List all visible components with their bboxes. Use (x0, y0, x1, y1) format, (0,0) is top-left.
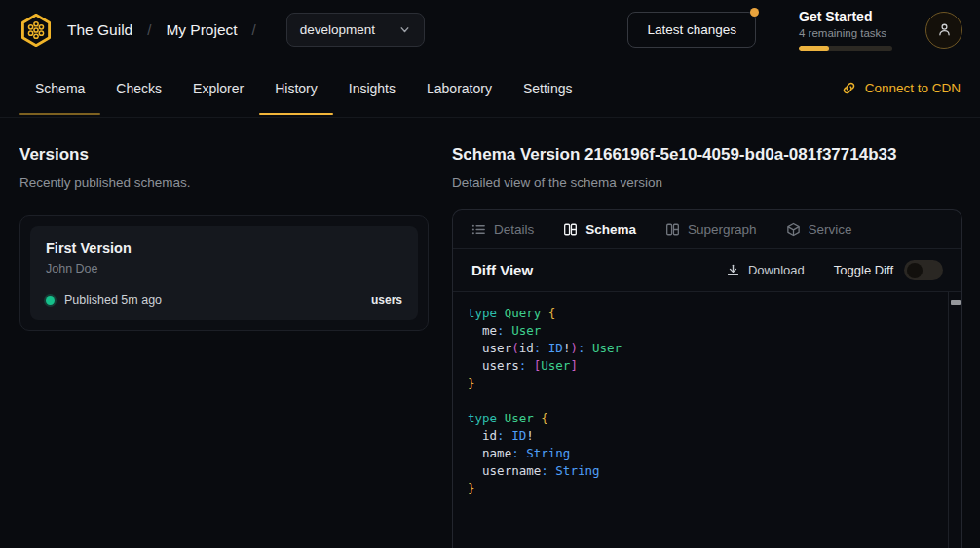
toggle-diff-switch[interactable] (904, 260, 943, 280)
cube-icon (786, 222, 801, 237)
code-line: name: String (468, 445, 936, 462)
published-status-dot (46, 296, 55, 305)
avatar[interactable] (925, 12, 962, 49)
latest-changes-button[interactable]: Latest changes (627, 12, 756, 48)
schema-code-container: type Query { me: User user(id: ID!): Use… (453, 292, 961, 548)
progress-fill (799, 46, 829, 51)
code-line: } (468, 480, 936, 497)
chevron-down-icon (398, 23, 411, 36)
main-nav-tabs: SchemaChecksExplorerHistoryInsightsLabor… (19, 59, 588, 117)
version-status-row: Published 5m ago users (46, 293, 402, 307)
detail-tabs: DetailsSchemaSupergraphService (453, 210, 961, 249)
schema-version-title: Schema Version 2166196f-5e10-4059-bd0a-0… (452, 144, 962, 165)
nav-tab-checks[interactable]: Checks (100, 59, 177, 117)
breadcrumb-separator: / (252, 21, 256, 38)
code-line: type Query { (468, 305, 936, 322)
columns-icon (563, 222, 578, 237)
breadcrumb-org[interactable]: The Guild (67, 21, 132, 39)
main-nav: SchemaChecksExplorerHistoryInsightsLabor… (0, 59, 980, 118)
version-list-item[interactable]: First Version John Doe Published 5m ago … (30, 226, 418, 320)
connect-to-cdn-label: Connect to CDN (865, 81, 961, 95)
code-line: me: User (468, 322, 936, 340)
download-label: Download (748, 263, 805, 277)
detail-tab-details[interactable]: Details (471, 222, 534, 237)
service-badge: users (371, 293, 402, 307)
get-started-widget[interactable]: Get Started 4 remaining tasks (799, 9, 892, 51)
download-button[interactable]: Download (726, 263, 805, 277)
nav-tab-history[interactable]: History (259, 59, 333, 117)
nav-tab-laboratory[interactable]: Laboratory (411, 59, 508, 117)
versions-panel: Versions Recently published schemas. Fir… (0, 118, 452, 548)
connect-to-cdn-link[interactable]: Connect to CDN (842, 59, 961, 117)
main-content: Versions Recently published schemas. Fir… (0, 118, 980, 548)
version-status: Published 5m ago (64, 293, 162, 307)
breadcrumb-separator: / (147, 21, 151, 38)
nav-tab-insights[interactable]: Insights (333, 59, 411, 117)
schema-version-subtitle: Detailed view of the schema version (452, 174, 962, 191)
code-line: id: ID! (468, 427, 936, 445)
code-line: type User { (468, 410, 936, 427)
environment-selector-value: development (300, 22, 375, 37)
notification-dot (750, 8, 759, 17)
version-name: First Version (46, 239, 402, 257)
breadcrumb-project[interactable]: My Project (166, 21, 237, 39)
link-icon (842, 81, 856, 95)
app-header: The Guild / My Project / development Lat… (0, 0, 980, 59)
columns-icon (665, 222, 680, 237)
guild-hive-logo-icon[interactable] (18, 12, 55, 49)
versions-title: Versions (19, 144, 429, 165)
latest-changes-label: Latest changes (647, 22, 736, 37)
download-icon (726, 263, 740, 277)
versions-card: First Version John Doe Published 5m ago … (19, 215, 429, 331)
scrollbar-thumb[interactable] (951, 300, 961, 305)
nav-tab-explorer[interactable]: Explorer (177, 59, 259, 117)
toggle-knob (907, 263, 923, 278)
progress-bar (799, 46, 892, 51)
diff-view-title: Diff View (471, 262, 533, 278)
toggle-diff-label: Toggle Diff (834, 263, 893, 277)
code-line: user(id: ID!): User (468, 340, 936, 357)
get-started-title: Get Started (799, 9, 892, 24)
list-icon (471, 222, 486, 237)
version-author: John Doe (46, 261, 402, 276)
detail-tab-service[interactable]: Service (786, 222, 852, 237)
versions-subtitle: Recently published schemas. (19, 174, 429, 191)
code-line: users: [User] (468, 357, 936, 375)
person-icon (936, 21, 953, 38)
code-editor[interactable]: type Query { me: User user(id: ID!): Use… (453, 292, 961, 510)
code-line: } (468, 375, 936, 392)
get-started-subtitle: 4 remaining tasks (799, 27, 892, 39)
environment-selector[interactable]: development (286, 13, 425, 47)
nav-tab-schema[interactable]: Schema (19, 59, 100, 117)
schema-detail-panel: DetailsSchemaSupergraphService Diff View… (452, 209, 962, 548)
nav-tab-settings[interactable]: Settings (508, 59, 588, 117)
detail-tab-supergraph[interactable]: Supergraph (665, 222, 757, 237)
scrollbar[interactable] (948, 292, 961, 548)
detail-tab-schema[interactable]: Schema (563, 222, 636, 237)
schema-version-section: Schema Version 2166196f-5e10-4059-bd0a-0… (452, 118, 980, 548)
code-line (468, 392, 936, 410)
code-line: username: String (468, 462, 936, 480)
diff-view-header: Diff View Download Toggle Diff (453, 249, 961, 292)
